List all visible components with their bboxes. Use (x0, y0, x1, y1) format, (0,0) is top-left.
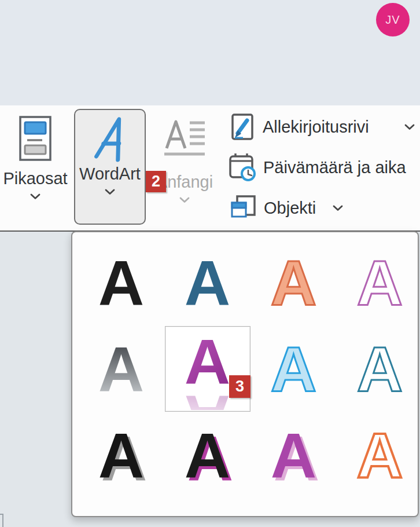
drop-cap-button[interactable]: Anfangi (149, 110, 220, 224)
page-edge (0, 514, 3, 527)
wordart-style-option[interactable]: A (164, 239, 250, 325)
wordart-style-option[interactable]: A (78, 325, 164, 412)
wordart-style-option[interactable]: A (337, 412, 420, 498)
drop-cap-icon (162, 118, 207, 159)
wordart-style-option-selected[interactable]: A A (164, 325, 250, 412)
chevron-down-icon (30, 193, 41, 200)
wordart-style-letter: A (357, 423, 403, 488)
selection-highlight-box: A A (165, 326, 250, 412)
wordart-style-letter: A (98, 250, 144, 315)
chevron-down-icon (179, 197, 190, 203)
step-badge-2-number: 2 (152, 173, 160, 191)
object-icon (230, 195, 257, 221)
wordart-style-option[interactable]: A (337, 239, 420, 325)
wordart-style-option[interactable]: A (337, 325, 420, 412)
quick-parts-label: Pikaosat (3, 169, 67, 188)
ribbon: Pikaosat WordArt (0, 105, 420, 232)
date-time-button[interactable]: Päivämäärä ja aika (229, 152, 420, 183)
wordart-style-letter: A (357, 250, 403, 315)
wordart-style-option[interactable]: A (78, 412, 164, 498)
quick-parts-button[interactable]: Pikaosat (1, 110, 69, 224)
avatar-initials: JV (385, 13, 400, 27)
date-time-label: Päivämäärä ja aika (263, 158, 406, 177)
wordart-style-letter: A (98, 336, 144, 401)
wordart-style-letter: A (271, 250, 316, 315)
signature-line-icon (230, 112, 256, 141)
wordart-icon (87, 114, 132, 163)
chevron-down-icon (332, 205, 344, 211)
date-time-icon (229, 152, 256, 182)
chevron-down-icon (404, 124, 415, 130)
wordart-style-letter: A (185, 250, 230, 315)
wordart-style-letter: A (357, 336, 403, 401)
signature-line-label: Allekirjoitusrivi (263, 118, 369, 137)
step-badge-2: 2 (146, 171, 166, 192)
title-bar-area: JV (0, 0, 420, 105)
wordart-style-option[interactable]: A (250, 325, 337, 412)
wordart-style-option[interactable]: A (250, 239, 337, 325)
wordart-style-option[interactable]: A (250, 412, 337, 498)
wordart-style-option[interactable]: A (164, 412, 250, 498)
wordart-button[interactable]: WordArt (74, 109, 146, 225)
wordart-style-letter: A (185, 423, 230, 488)
step-badge-3: 3 (229, 375, 250, 398)
wordart-gallery-dropdown: A A A A A A A A A A A A A (71, 231, 419, 517)
quick-parts-icon (19, 116, 52, 161)
word-window: JV Pikaosat WordArt (0, 0, 420, 527)
object-label: Objekti (264, 199, 316, 218)
object-button[interactable]: Objekti (230, 192, 417, 224)
wordart-style-letter: A (271, 336, 316, 401)
step-badge-3-number: 3 (235, 378, 244, 396)
wordart-gallery-grid: A A A A A A A A A A A A A (72, 232, 418, 498)
wordart-style-letter: A (271, 423, 316, 488)
signature-line-button[interactable]: Allekirjoitusrivi (230, 111, 417, 142)
chevron-down-icon (104, 189, 116, 195)
wordart-style-letter: A (98, 423, 144, 488)
wordart-style-option[interactable]: A (78, 239, 164, 325)
wordart-label: WordArt (79, 164, 141, 184)
account-avatar[interactable]: JV (376, 3, 410, 36)
